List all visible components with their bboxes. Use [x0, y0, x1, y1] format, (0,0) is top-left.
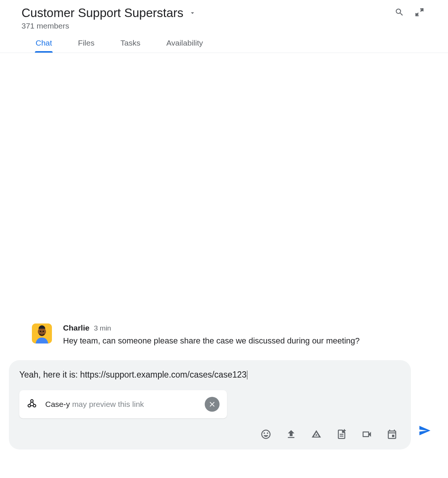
avatar[interactable]	[32, 323, 52, 343]
preview-hint: may preview this link	[72, 400, 144, 408]
preview-app-name: Case-y	[45, 400, 70, 408]
svg-point-9	[28, 404, 31, 407]
message-author: Charlie	[63, 323, 89, 332]
tab-availability[interactable]: Availability	[166, 39, 203, 53]
svg-point-8	[31, 400, 33, 402]
compose-input[interactable]: Yeah, here it is: https://support.exampl…	[19, 370, 401, 380]
room-title: Customer Support Superstars	[22, 6, 184, 20]
member-count: 371 members	[22, 21, 439, 30]
drive-icon[interactable]	[311, 429, 322, 441]
webhook-icon	[27, 398, 37, 410]
preview-text: Case-y may preview this link	[45, 400, 197, 409]
link-preview-card: Case-y may preview this link	[19, 390, 227, 418]
chat-area: Charlie 3 min Hey team, can someone plea…	[0, 53, 448, 464]
search-icon[interactable]	[395, 7, 404, 19]
upload-icon[interactable]	[286, 429, 297, 441]
tab-files[interactable]: Files	[78, 39, 94, 53]
svg-point-6	[40, 331, 41, 332]
title-row: Customer Support Superstars	[22, 6, 439, 20]
svg-point-10	[33, 404, 36, 407]
message-time: 3 min	[94, 324, 111, 332]
tab-tasks[interactable]: Tasks	[121, 39, 141, 53]
tabs: Chat Files Tasks Availability	[22, 39, 439, 53]
send-button[interactable]	[418, 424, 431, 438]
emoji-icon[interactable]	[260, 429, 271, 441]
compose-box[interactable]: Yeah, here it is: https://support.exampl…	[9, 360, 411, 449]
compose-toolbar	[19, 429, 401, 441]
dismiss-preview-button[interactable]	[205, 397, 220, 412]
chevron-down-icon[interactable]	[189, 9, 196, 17]
tab-chat[interactable]: Chat	[36, 39, 52, 53]
create-doc-icon[interactable]	[336, 429, 347, 441]
svg-rect-5	[39, 329, 45, 332]
calendar-icon[interactable]	[386, 429, 398, 441]
message-text: Hey team, can someone please share the c…	[63, 335, 380, 347]
message-row: Charlie 3 min Hey team, can someone plea…	[9, 323, 439, 347]
svg-point-7	[43, 331, 44, 332]
chat-header: Customer Support Superstars 371 members …	[0, 0, 448, 53]
video-icon[interactable]	[361, 429, 372, 441]
collapse-icon[interactable]	[415, 7, 424, 19]
